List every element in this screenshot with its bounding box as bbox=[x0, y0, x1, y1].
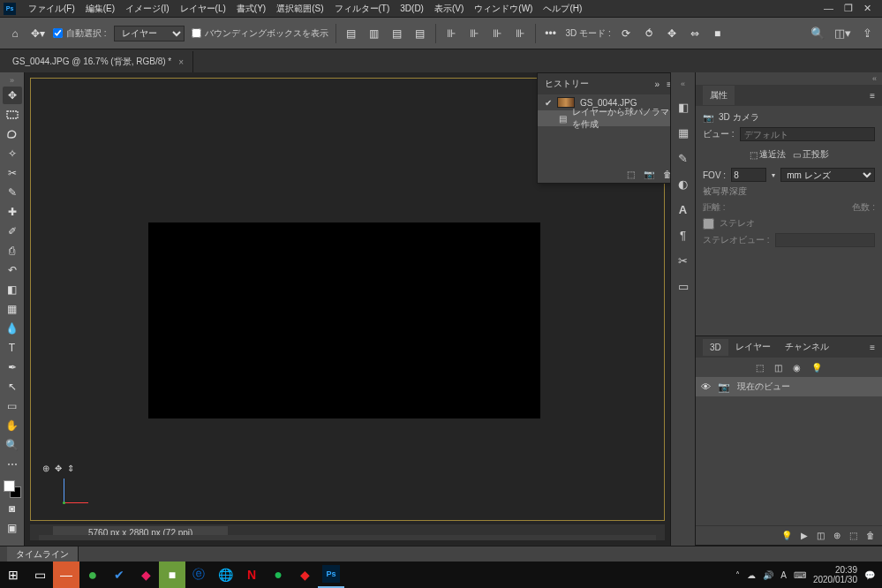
auto-select-input[interactable] bbox=[53, 28, 63, 38]
menu-image[interactable]: イメージ(I) bbox=[120, 1, 174, 17]
close-tab-icon[interactable]: × bbox=[178, 57, 184, 67]
history-collapse-icon[interactable]: » bbox=[655, 79, 660, 89]
move-tool-icon[interactable]: ✥▾ bbox=[30, 26, 46, 41]
screenmode-tool[interactable]: ▣ bbox=[3, 519, 22, 537]
layer-item[interactable]: 👁 📷 現在のビュー bbox=[696, 377, 882, 396]
dock-expand-icon[interactable]: « bbox=[681, 79, 685, 88]
filter-mesh-icon[interactable]: ◫ bbox=[774, 363, 782, 373]
3d-dolly-widget-icon[interactable]: ⇕ bbox=[67, 464, 74, 473]
dock-library-icon[interactable]: ▭ bbox=[678, 280, 689, 293]
orthographic-button[interactable]: ▭正投影 bbox=[793, 148, 829, 161]
horizontal-scrollbar[interactable] bbox=[39, 535, 656, 540]
share-icon[interactable]: ⇪ bbox=[859, 26, 875, 41]
bbox-checkbox[interactable]: バウンディングボックスを表示 bbox=[192, 27, 328, 40]
3d-add-icon[interactable]: ⊕ bbox=[833, 531, 841, 540]
3d-pan-icon[interactable]: ✥ bbox=[664, 26, 680, 41]
timeline-tab[interactable]: タイムライン bbox=[7, 547, 79, 562]
menu-filter[interactable]: フィルター(T) bbox=[329, 1, 396, 17]
gradient-tool[interactable]: ▦ bbox=[3, 300, 22, 318]
distribute-1-icon[interactable]: ⊪ bbox=[443, 26, 459, 41]
layers-menu-icon[interactable]: ≡ bbox=[870, 343, 875, 352]
3d-roll-icon[interactable]: ⥀ bbox=[641, 26, 657, 41]
3d-zoom-icon[interactable]: ■ bbox=[710, 26, 726, 41]
filter-light-icon[interactable]: 💡 bbox=[811, 363, 822, 373]
tray-chevron-icon[interactable]: ˄ bbox=[735, 570, 740, 580]
magic-wand-tool[interactable]: ✧ bbox=[3, 145, 22, 162]
stamp-tool[interactable]: ⎙ bbox=[3, 242, 22, 260]
taskbar-adobe[interactable]: ◆ bbox=[291, 562, 318, 588]
tray-keyboard-icon[interactable]: ⌨ bbox=[794, 570, 806, 580]
document-tab[interactable]: GS_0044.JPG @ 16.7% (背景, RGB/8) * × bbox=[4, 51, 193, 72]
taskbar-app-3[interactable]: ✔ bbox=[106, 562, 132, 588]
hand-tool[interactable]: ✋ bbox=[3, 417, 22, 434]
3d-new-light-icon[interactable]: 💡 bbox=[781, 531, 792, 540]
3d-delete-icon[interactable]: 🗑 bbox=[866, 531, 875, 540]
stereoview-dropdown[interactable] bbox=[775, 233, 875, 247]
3d-new-mesh-icon[interactable]: ◫ bbox=[817, 531, 825, 540]
workspace-icon[interactable]: ◫▾ bbox=[834, 26, 850, 41]
lasso-tool[interactable] bbox=[3, 125, 22, 143]
dock-type-icon[interactable]: A bbox=[679, 203, 687, 216]
marquee-tool[interactable] bbox=[3, 106, 22, 124]
3d-widget-icons[interactable]: ⊕ ✥ ⇕ bbox=[42, 464, 74, 473]
window-restore-icon[interactable]: ❐ bbox=[844, 3, 853, 14]
crop-tool[interactable]: ✂ bbox=[3, 164, 22, 182]
menu-view[interactable]: 表示(V) bbox=[429, 1, 469, 17]
tray-ime-icon[interactable]: A bbox=[780, 570, 787, 580]
eraser-tool[interactable]: ◧ bbox=[3, 281, 22, 298]
dodge-tool[interactable]: T bbox=[3, 339, 22, 357]
tab-channels[interactable]: チャンネル bbox=[778, 337, 836, 357]
history-new-doc-icon[interactable]: ⬚ bbox=[627, 170, 635, 179]
3d-orbit-widget-icon[interactable]: ⊕ bbox=[42, 464, 49, 473]
filter-mat-icon[interactable]: ◉ bbox=[793, 363, 801, 373]
canvas-area[interactable]: ⊕ ✥ ⇕ 5760 px x 2880 px (72 ppi) ヒストリー »… bbox=[25, 72, 670, 546]
healing-tool[interactable]: ✚ bbox=[3, 203, 22, 221]
history-delete-icon[interactable]: 🗑 bbox=[663, 170, 670, 179]
tab-layers[interactable]: レイヤー bbox=[728, 337, 778, 357]
history-snapshot-icon[interactable]: 📷 bbox=[644, 170, 654, 179]
dock-paragraph-icon[interactable]: ¶ bbox=[680, 229, 686, 242]
distribute-3-icon[interactable]: ⊪ bbox=[489, 26, 505, 41]
bbox-input[interactable] bbox=[192, 28, 201, 38]
distribute-2-icon[interactable]: ⊪ bbox=[466, 26, 482, 41]
menu-file[interactable]: ファイル(F) bbox=[23, 1, 80, 17]
taskview-icon[interactable]: ▭ bbox=[26, 562, 53, 588]
window-minimize-icon[interactable]: ― bbox=[824, 3, 833, 14]
taskbar-edge[interactable]: ⓔ bbox=[185, 562, 212, 588]
stereo-checkbox[interactable] bbox=[703, 218, 714, 230]
tray-speaker-icon[interactable]: 🔊 bbox=[763, 570, 773, 580]
blur-tool[interactable]: 💧 bbox=[3, 320, 22, 337]
history-menu-icon[interactable]: ≡ bbox=[667, 79, 670, 89]
distribute-4-icon[interactable]: ⊪ bbox=[512, 26, 528, 41]
menu-layer[interactable]: レイヤー(L) bbox=[175, 1, 231, 17]
dock-adjustments-icon[interactable]: ◐ bbox=[678, 177, 688, 191]
right-collapse-icon[interactable]: « bbox=[696, 72, 882, 85]
edit-toolbar[interactable]: ⋯ bbox=[3, 456, 22, 473]
quickmask-tool[interactable]: ◙ bbox=[3, 500, 22, 517]
menu-edit[interactable]: 編集(E) bbox=[80, 1, 120, 17]
history-brush-tool[interactable]: ↶ bbox=[3, 261, 22, 279]
toolbox-collapse-icon[interactable]: » bbox=[10, 76, 14, 85]
align-right-icon[interactable]: ▤ bbox=[389, 26, 405, 41]
taskbar-photoshop[interactable]: Ps bbox=[318, 562, 344, 588]
properties-menu-icon[interactable]: ≡ bbox=[870, 91, 875, 101]
history-brush-source-icon[interactable]: ✔ bbox=[545, 98, 552, 108]
fov-input[interactable] bbox=[731, 168, 766, 182]
dock-color-icon[interactable]: ◧ bbox=[678, 101, 689, 114]
search-icon[interactable]: 🔍 bbox=[810, 26, 825, 41]
align-center-h-icon[interactable]: ▥ bbox=[366, 26, 382, 41]
brush-tool[interactable]: ✐ bbox=[3, 222, 22, 240]
align-left-icon[interactable]: ▤ bbox=[343, 26, 359, 41]
tray-clock[interactable]: 20:39 2020/01/30 bbox=[813, 565, 857, 584]
taskbar-app-4[interactable]: ◆ bbox=[132, 562, 159, 588]
more-icon[interactable]: ••• bbox=[543, 26, 559, 41]
home-icon[interactable]: ⌂ bbox=[7, 26, 23, 41]
menu-help[interactable]: ヘルプ(H) bbox=[538, 1, 587, 17]
tab-3d[interactable]: 3D bbox=[703, 339, 728, 356]
taskbar-app-2[interactable]: ● bbox=[79, 562, 106, 588]
dock-swatches-icon[interactable]: ▦ bbox=[678, 126, 689, 139]
menu-window[interactable]: ウィンドウ(W) bbox=[469, 1, 538, 17]
tray-notifications-icon[interactable]: 💬 bbox=[864, 570, 875, 580]
align-top-icon[interactable]: ▤ bbox=[412, 26, 428, 41]
zoom-tool[interactable]: 🔍 bbox=[3, 436, 22, 454]
